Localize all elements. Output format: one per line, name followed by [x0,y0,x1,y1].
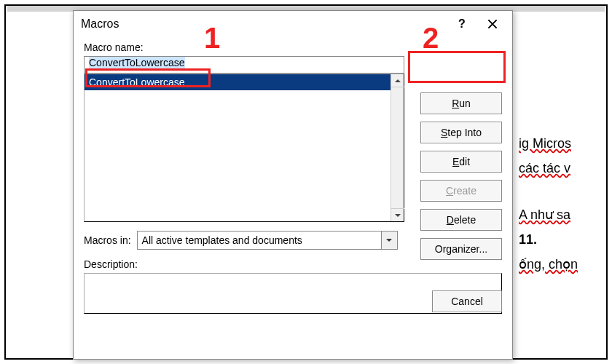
bg-line-1: ig Micros [519,136,571,151]
scroll-up-button[interactable] [391,74,404,87]
macros-dialog: Macros ? Macro name: ConvertToLowercase … [73,10,513,360]
dialog-titlebar[interactable]: Macros ? [74,11,512,37]
help-button[interactable]: ? [447,13,477,35]
bg-line-5: ống, chọn [519,257,578,272]
chevron-down-icon [394,212,401,219]
step-into-button[interactable]: Step Into [420,122,502,143]
macro-name-input[interactable]: ConvertToLowercase [84,56,404,74]
create-button[interactable]: Create [420,180,502,202]
macros-in-value: All active templates and documents [138,234,381,246]
close-button[interactable] [477,13,508,35]
dialog-title: Macros [81,17,447,31]
delete-button[interactable]: Delete [420,209,502,231]
bg-line-4: 11. [519,232,537,247]
organizer-button[interactable]: Organizer... [420,238,502,260]
background-document-text: ig Micros các tác v A như sa 11. ống, ch… [519,0,606,364]
dialog-body: Macro name: ConvertToLowercase ConvertTo… [74,37,512,321]
macros-in-combo[interactable]: All active templates and documents [137,231,398,250]
run-button[interactable]: Run [420,92,502,114]
list-item[interactable]: ConvertToLowercase [85,74,404,90]
bg-line-3: A như sa [519,207,570,222]
combo-dropdown-button[interactable] [381,232,397,249]
macro-list[interactable]: ConvertToLowercase [84,74,404,222]
chevron-up-icon [394,77,401,84]
callout-number-1: 1 [204,22,220,55]
button-column: Run Step Into Edit Create Delete Organiz… [420,92,502,260]
dialog-footer: Cancel [432,290,502,312]
bg-line-2: các tác v [519,161,570,175]
scrollbar[interactable] [391,74,404,221]
cancel-button[interactable]: Cancel [432,290,502,312]
macro-name-label: Macro name: [84,41,502,53]
callout-number-2: 2 [423,22,439,55]
macro-name-value: ConvertToLowercase [89,57,185,68]
scroll-down-button[interactable] [391,208,404,221]
edit-button[interactable]: Edit [420,151,502,173]
macros-in-label: Macros in: [84,234,131,246]
description-label: Description: [84,258,502,270]
chevron-down-icon [385,237,393,244]
close-icon [487,19,498,29]
